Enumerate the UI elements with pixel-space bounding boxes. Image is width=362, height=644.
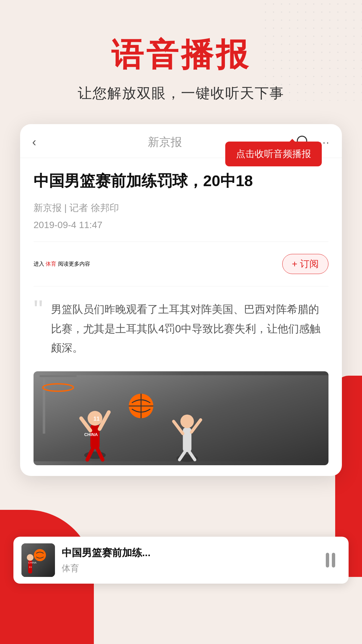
svg-text:CHINA: CHINA bbox=[84, 432, 98, 437]
player-article-category: 体育 bbox=[62, 562, 314, 574]
article-card: ‹ 新京报 ··· 点击收听音频播报 中国男篮赛前加练罚球，20中18 bbox=[20, 124, 342, 476]
pause-icon bbox=[326, 553, 335, 568]
quote-text: 男篮队员们昨晚观看了土耳其对阵美国、巴西对阵希腊的比赛，尤其是土耳其队4罚0中导… bbox=[51, 300, 328, 358]
player-info: 中国男篮赛前加练... 体育 bbox=[62, 546, 314, 574]
svg-rect-6 bbox=[34, 375, 328, 462]
svg-text:11: 11 bbox=[29, 566, 32, 569]
back-button[interactable]: ‹ bbox=[32, 135, 36, 149]
category-text: 进入 体育 阅读更多内容 bbox=[34, 261, 90, 268]
category-bar: 进入 体育 阅读更多内容 + 订阅 bbox=[34, 249, 328, 279]
svg-rect-9 bbox=[40, 375, 76, 377]
divider-1 bbox=[34, 241, 328, 242]
quote-mark: " bbox=[34, 297, 43, 358]
divider-2 bbox=[34, 286, 328, 286]
svg-point-31 bbox=[34, 549, 46, 561]
svg-point-20 bbox=[180, 415, 194, 428]
audio-tooltip[interactable]: 点击收听音频播报 bbox=[225, 142, 322, 166]
svg-rect-19 bbox=[183, 427, 192, 452]
article-image: 11 bbox=[34, 371, 328, 465]
quote-block: " 男篮队员们昨晚观看了土耳其对阵美国、巴西对阵希腊的比赛，尤其是土耳其队4罚0… bbox=[34, 293, 328, 365]
svg-text:CHINA: CHINA bbox=[28, 561, 37, 564]
category-link[interactable]: 体育 bbox=[46, 261, 56, 267]
pause-button[interactable] bbox=[320, 550, 341, 570]
svg-text:11: 11 bbox=[94, 416, 100, 422]
audio-player[interactable]: CHINA 11 中国男篮赛前加练... 体育 bbox=[13, 537, 349, 584]
page-title: 语音播报 bbox=[0, 34, 362, 77]
category-prefix: 进入 bbox=[34, 261, 44, 267]
article-title: 中国男篮赛前加练罚球，20中18 bbox=[34, 170, 328, 192]
article-content: 中国男篮赛前加练罚球，20中18 新京报 | 记者 徐邦印 2019-09-4 … bbox=[20, 158, 342, 465]
subscribe-button[interactable]: + 订阅 bbox=[282, 254, 328, 274]
category-suffix: 阅读更多内容 bbox=[58, 261, 90, 267]
nav-title: 新京报 bbox=[148, 135, 182, 150]
article-source: 新京报 | 记者 徐邦印 2019-09-4 11:47 bbox=[34, 200, 328, 233]
page-subtitle: 让您解放双眼，一键收听天下事 bbox=[0, 84, 362, 103]
page-header: 语音播报 让您解放双眼，一键收听天下事 bbox=[0, 34, 362, 103]
player-article-title: 中国男篮赛前加练... bbox=[62, 546, 314, 560]
player-thumbnail: CHINA 11 bbox=[21, 543, 55, 577]
svg-point-33 bbox=[27, 554, 34, 561]
